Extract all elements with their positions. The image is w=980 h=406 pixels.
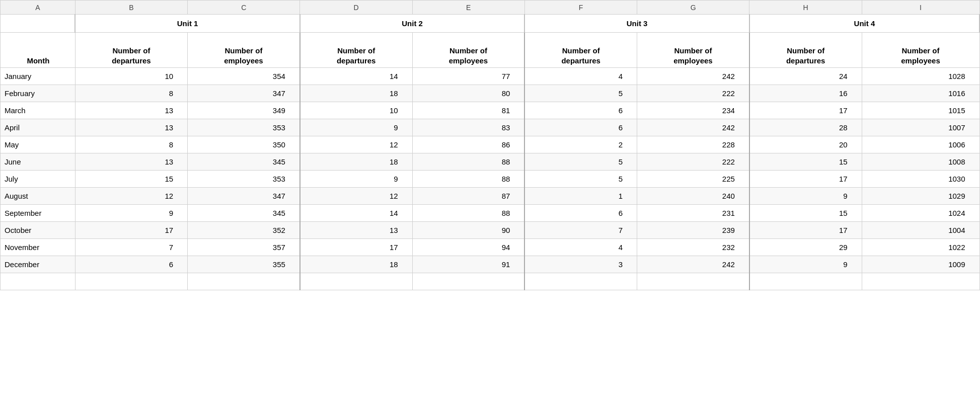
unit4-dep-may: 20 [749,136,862,153]
month-november: November [1,239,76,256]
table-row: September 9 345 14 88 6 231 15 1024 [1,205,980,222]
unit1-emp-dec: 355 [188,256,300,273]
table-row: January 10 354 14 77 4 242 24 1028 [1,68,980,85]
month-august: August [1,188,76,205]
unit2-dep-feb: 18 [300,85,412,102]
col-header-a[interactable]: A [1,1,76,15]
month-february: February [1,85,76,102]
empty-bottom-row [1,273,980,290]
unit3-dep-jan: 4 [524,68,637,85]
unit2-dep-line1: Number of [337,46,375,55]
unit1-emp-jun: 345 [188,153,300,171]
unit1-emp-feb: 347 [188,85,300,102]
unit2-dep-oct: 13 [300,222,412,239]
col-header-i[interactable]: I [862,1,979,15]
table-row: August 12 347 12 87 1 240 9 1029 [1,188,980,205]
unit4-dep-oct: 17 [749,222,862,239]
unit2-dep-jan: 14 [300,68,412,85]
unit3-dep-sep: 6 [524,205,637,222]
empty-f [524,273,637,290]
unit1-dep-mar: 13 [75,102,187,119]
unit4-emp-line2: employees [901,56,940,65]
unit4-dep-aug: 9 [749,188,862,205]
table-row: July 15 353 9 88 5 225 17 1030 [1,171,980,188]
month-december: December [1,256,76,273]
unit4-dep-jan: 24 [749,68,862,85]
unit4-emp-dec: 1009 [862,256,979,273]
unit2-dep-sep: 14 [300,205,412,222]
col-header-f[interactable]: F [524,1,637,15]
unit2-emp-aug: 87 [412,188,524,205]
unit2-emp-jan: 77 [412,68,524,85]
unit2-emp-sep: 88 [412,205,524,222]
unit3-emp-sep: 231 [637,205,749,222]
unit2-dep-line2: departures [337,56,376,65]
unit1-emp-aug: 347 [188,188,300,205]
month-july: July [1,171,76,188]
unit4-emp-jul: 1030 [862,171,979,188]
unit3-dep-jun: 5 [524,153,637,171]
col-header-d[interactable]: D [300,1,412,15]
unit1-dep-apr: 13 [75,119,187,136]
table-row: March 13 349 10 81 6 234 17 1015 [1,102,980,119]
table-row: May 8 350 12 86 2 228 20 1006 [1,136,980,153]
unit3-emp-line1: Number of [674,46,712,55]
unit2-emp-mar: 81 [412,102,524,119]
unit3-dep-oct: 7 [524,222,637,239]
unit2-departures-header: Number of departures [300,33,412,68]
unit2-dep-mar: 10 [300,102,412,119]
unit2-emp-apr: 83 [412,119,524,136]
unit4-dep-sep: 15 [749,205,862,222]
unit3-dep-aug: 1 [524,188,637,205]
unit2-dep-nov: 17 [300,239,412,256]
unit-header-row: Unit 1 Unit 2 Unit 3 Unit 4 [1,15,980,33]
month-column-header: Month [1,33,76,68]
col-header-h[interactable]: H [749,1,862,15]
unit3-emp-jul: 225 [637,171,749,188]
unit3-dep-dec: 3 [524,256,637,273]
unit3-dep-nov: 4 [524,239,637,256]
unit3-dep-line1: Number of [562,46,600,55]
unit3-emp-jan: 242 [637,68,749,85]
unit1-dep-jun: 13 [75,153,187,171]
unit1-emp-nov: 357 [188,239,300,256]
unit2-emp-dec: 91 [412,256,524,273]
col-header-b[interactable]: B [75,1,187,15]
unit1-dep-feb: 8 [75,85,187,102]
month-march: March [1,102,76,119]
unit1-emp-sep: 345 [188,205,300,222]
unit4-dep-apr: 28 [749,119,862,136]
col-header-e[interactable]: E [412,1,524,15]
unit1-dep-jul: 15 [75,171,187,188]
unit4-emp-nov: 1022 [862,239,979,256]
table-row: June 13 345 18 88 5 222 15 1008 [1,153,980,171]
unit1-employees-header: Number of employees [188,33,300,68]
column-letter-row: A B C D E F G H I [1,1,980,15]
unit2-emp-jun: 88 [412,153,524,171]
table-row: December 6 355 18 91 3 242 9 1009 [1,256,980,273]
unit4-emp-sep: 1024 [862,205,979,222]
empty-a [1,273,76,290]
unit2-emp-nov: 94 [412,239,524,256]
unit3-emp-line2: employees [673,56,713,65]
unit3-emp-nov: 232 [637,239,749,256]
unit4-emp-line1: Number of [902,46,940,55]
unit3-departures-header: Number of departures [524,33,637,68]
col-header-g[interactable]: G [637,1,749,15]
unit1-dep-may: 8 [75,136,187,153]
unit4-emp-aug: 1029 [862,188,979,205]
unit4-dep-line2: departures [786,56,825,65]
unit3-emp-feb: 222 [637,85,749,102]
col-header-c[interactable]: C [188,1,300,15]
empty-h [749,273,862,290]
unit3-dep-apr: 6 [524,119,637,136]
unit3-dep-jul: 5 [524,171,637,188]
header-empty-a [1,15,76,33]
unit1-header: Unit 1 [75,15,300,33]
unit3-dep-feb: 5 [524,85,637,102]
unit4-emp-may: 1006 [862,136,979,153]
unit1-emp-line2: employees [224,56,263,65]
table-row: February 8 347 18 80 5 222 16 1016 [1,85,980,102]
unit2-dep-jun: 18 [300,153,412,171]
unit4-dep-nov: 29 [749,239,862,256]
